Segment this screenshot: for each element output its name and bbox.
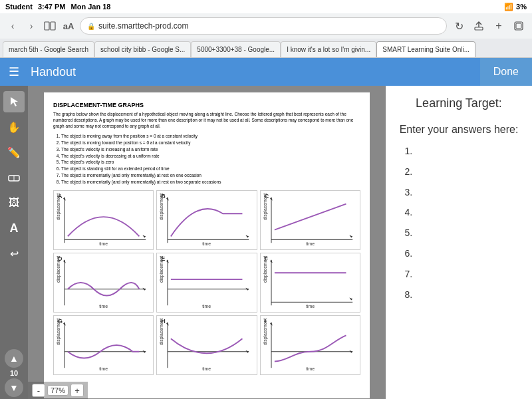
answer-2[interactable] (415, 162, 523, 182)
document-page: DISPLACEMENT-TIME GRAPHS The graphs belo… (44, 92, 370, 398)
answer-3[interactable] (415, 182, 523, 203)
answer-1[interactable] (415, 141, 523, 162)
browser-chrome: ‹ › aA 🔒 suite.smarttech-prod.com ↻ + ma… (0, 13, 532, 58)
tab-1[interactable]: school city bibb - Google S... (94, 41, 191, 57)
date-display: Mon Jan 18 (71, 3, 111, 11)
app-header: ☰ Handout Done (0, 58, 532, 86)
svg-marker-41 (349, 298, 352, 301)
address-bar[interactable]: 🔒 suite.smarttech-prod.com (80, 17, 447, 35)
zoom-bar: - 77% + (28, 382, 88, 399)
svg-text:time: time (306, 304, 315, 309)
share-button[interactable] (471, 18, 487, 34)
list-item: The object's velocity is increasing at a… (61, 146, 360, 153)
toolbar-right: ↻ + (451, 18, 527, 34)
graph-B: B time displacement (156, 190, 257, 250)
answer-6[interactable] (415, 243, 523, 264)
done-button[interactable]: Done (480, 58, 532, 86)
header-title: Handout (28, 65, 480, 79)
document-area: DISPLACEMENT-TIME GRAPHS The graphs belo… (28, 86, 386, 399)
learning-target-section: Learning Target: (395, 96, 523, 110)
tab-0[interactable]: march 5th - Google Search (3, 41, 94, 57)
reload-button[interactable]: ↻ (451, 18, 467, 34)
enter-answers-title: Enter your answers here: (395, 124, 523, 136)
answer-8[interactable] (415, 285, 523, 305)
arrow-tool[interactable] (3, 91, 25, 112)
list-item: The object is momentarily (and only mome… (61, 172, 360, 179)
student-label: Student (5, 3, 33, 11)
nav-up-button[interactable]: ▲ (5, 349, 23, 368)
answer-5[interactable] (415, 223, 523, 243)
aa-button[interactable]: aA (61, 19, 76, 33)
svg-marker-17 (246, 235, 249, 238)
svg-text:time: time (203, 366, 211, 371)
answer-7[interactable] (415, 264, 523, 285)
nav-down-button[interactable]: ▼ (5, 378, 23, 397)
browser-toolbar: ‹ › aA 🔒 suite.smarttech-prod.com ↻ + (0, 13, 532, 39)
tabs-bar: march 5th - Google Search school city bi… (0, 39, 532, 57)
answers-section: Enter your answers here: (395, 124, 523, 305)
list-item: The object is momentarily (and only mome… (61, 179, 360, 186)
content-wrapper: DISPLACEMENT-TIME GRAPHS The graphs belo… (28, 86, 532, 399)
tab-2[interactable]: 5000+3300+38 - Google... (191, 41, 281, 57)
list-item: The object is moving away from the posit… (61, 133, 360, 140)
lock-icon: 🔒 (87, 23, 95, 30)
svg-text:time: time (203, 304, 211, 309)
tabs-button[interactable] (511, 18, 527, 34)
wifi-icon: 📶 (504, 3, 513, 11)
zoom-out-button[interactable]: - (32, 384, 45, 397)
back-button[interactable]: ‹ (5, 19, 20, 33)
learning-target-title: Learning Target: (395, 96, 523, 110)
graph-H: H time displacement (156, 315, 257, 375)
tab-3[interactable]: I know it's a lot so I'm givin... (281, 41, 376, 57)
status-left: Student 3:47 PM Mon Jan 18 (5, 3, 110, 11)
graphs-container: A time displacement B (53, 190, 360, 375)
image-tool[interactable]: 🖼 (3, 192, 25, 213)
main-content: ✋ ✏️ 🖼 A ↩ DISPLACEMENT-TIME GRAPHS The … (0, 86, 532, 399)
svg-rect-1 (51, 22, 55, 30)
svg-text:time: time (306, 366, 315, 371)
document-title: DISPLACEMENT-TIME GRAPHS (53, 102, 360, 108)
svg-text:time: time (99, 304, 108, 309)
svg-marker-11 (142, 235, 146, 238)
zoom-display: 77% (47, 385, 68, 396)
svg-text:time: time (203, 241, 211, 246)
svg-marker-23 (349, 235, 352, 238)
graph-F: F time displacement (260, 253, 360, 313)
svg-rect-2 (475, 27, 483, 30)
new-tab-button[interactable]: + (491, 18, 507, 34)
svg-text:time: time (99, 366, 108, 371)
status-right: 📶 3% (504, 3, 527, 11)
reader-button[interactable] (43, 19, 57, 33)
hamburger-button[interactable]: ☰ (0, 58, 28, 86)
graph-E: E time displacement (156, 253, 257, 313)
url-display: suite.smarttech-prod.com (98, 21, 188, 31)
text-tool[interactable]: A (3, 217, 25, 239)
graph-D: D time displacement (53, 253, 154, 313)
pencil-tool[interactable]: ✏️ (3, 142, 25, 163)
zoom-in-button[interactable]: + (70, 384, 84, 397)
time-display: 3:47 PM (38, 3, 66, 11)
undo-tool[interactable]: ↩ (3, 243, 25, 264)
battery-display: 3% (516, 3, 527, 11)
document-subtitle: The graphs below show the displacement o… (53, 111, 360, 129)
description-list: The object is moving away from the posit… (61, 133, 360, 185)
status-bar: Student 3:47 PM Mon Jan 18 📶 3% (0, 0, 532, 13)
svg-text:time: time (306, 241, 315, 246)
graph-I: I time displacement (260, 315, 360, 375)
tab-4-active[interactable]: SMART Learning Suite Onli... (376, 41, 475, 57)
list-item: The object's velocity is decreasing at a… (61, 153, 360, 160)
list-item: The object is moving toward the position… (61, 140, 360, 146)
graph-C: C time displacement (260, 190, 360, 250)
forward-button[interactable]: › (24, 19, 39, 33)
graph-G: G time displacement (53, 315, 154, 375)
right-panel: Learning Target: Enter your answers here… (386, 86, 532, 399)
page-number: 10 (10, 369, 18, 377)
svg-rect-0 (45, 22, 49, 30)
graph-A: A time displacement (53, 190, 154, 250)
answer-4[interactable] (415, 202, 523, 223)
nav-controls: ▲ 10 ▼ (0, 347, 28, 399)
hand-tool[interactable]: ✋ (3, 116, 25, 138)
eraser-tool[interactable] (3, 167, 25, 188)
answers-list (415, 141, 523, 305)
list-item: The object's velocity is zero (61, 159, 360, 166)
